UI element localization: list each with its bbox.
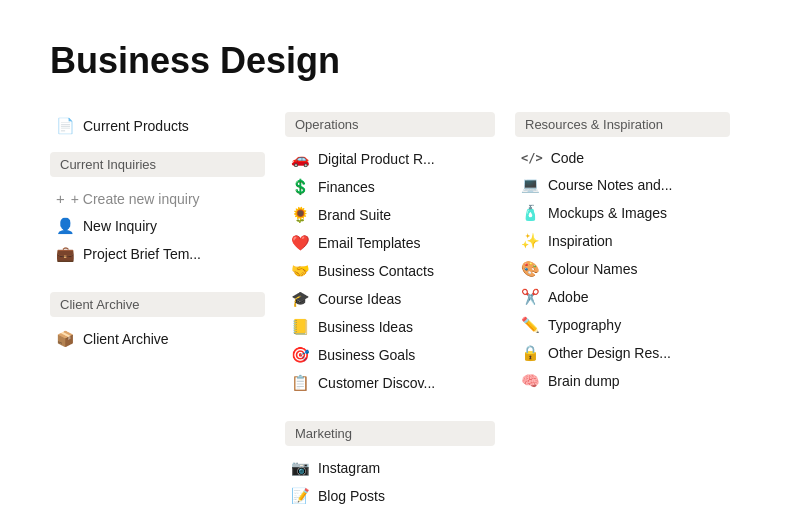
blog-posts-icon: 📝 [291,487,310,505]
course-notes-item[interactable]: 💻 Course Notes and... [515,171,730,199]
current-products-icon: 📄 [56,117,75,135]
instagram-item[interactable]: 📷 Instagram [285,454,495,482]
other-design-icon: 🔒 [521,344,540,362]
mockups-icon: 🧴 [521,204,540,222]
typography-item[interactable]: ✏️ Typography [515,311,730,339]
course-ideas-item[interactable]: 🎓 Course Ideas [285,285,495,313]
course-notes-label: Course Notes and... [548,177,673,193]
colour-names-item[interactable]: 🎨 Colour Names [515,255,730,283]
page-title: Business Design [50,40,750,82]
colour-names-label: Colour Names [548,261,637,277]
business-ideas-label: Business Ideas [318,319,413,335]
operations-header: Operations [285,112,495,137]
brand-suite-item[interactable]: 🌻 Brand Suite [285,201,495,229]
brain-dump-label: Brain dump [548,373,620,389]
current-products-label: Current Products [83,118,189,134]
business-contacts-label: Business Contacts [318,263,434,279]
create-inquiry-label: + Create new inquiry [71,191,200,207]
main-columns: 📄 Current Products Current Inquiries + +… [50,112,750,513]
inspiration-icon: ✨ [521,232,540,250]
create-inquiry-button[interactable]: + + Create new inquiry [50,185,265,212]
column-2: Operations 🚗 Digital Product R... 💲 Fina… [285,112,515,513]
inspiration-item[interactable]: ✨ Inspiration [515,227,730,255]
course-notes-icon: 💻 [521,176,540,194]
project-brief-item[interactable]: 💼 Project Brief Tem... [50,240,265,268]
inspiration-label: Inspiration [548,233,613,249]
column-3: Resources & Inspiration </> Code 💻 Cours… [515,112,750,395]
new-inquiry-icon: 👤 [56,217,75,235]
client-archive-item[interactable]: 📦 Client Archive [50,325,265,353]
mockups-item[interactable]: 🧴 Mockups & Images [515,199,730,227]
email-templates-icon: ❤️ [291,234,310,252]
customer-discov-label: Customer Discov... [318,375,435,391]
brain-dump-item[interactable]: 🧠 Brain dump [515,367,730,395]
plus-icon: + [56,190,65,207]
brand-suite-icon: 🌻 [291,206,310,224]
colour-names-icon: 🎨 [521,260,540,278]
current-products-item[interactable]: 📄 Current Products [50,112,265,140]
code-item[interactable]: </> Code [515,145,730,171]
marketing-header: Marketing [285,421,495,446]
customer-discov-icon: 📋 [291,374,310,392]
instagram-label: Instagram [318,460,380,476]
business-contacts-item[interactable]: 🤝 Business Contacts [285,257,495,285]
course-ideas-icon: 🎓 [291,290,310,308]
customer-discov-item[interactable]: 📋 Customer Discov... [285,369,495,397]
client-archive-label: Client Archive [83,331,169,347]
adobe-icon: ✂️ [521,288,540,306]
project-brief-icon: 💼 [56,245,75,263]
business-goals-label: Business Goals [318,347,415,363]
business-contacts-icon: 🤝 [291,262,310,280]
business-goals-icon: 🎯 [291,346,310,364]
column-1: 📄 Current Products Current Inquiries + +… [50,112,285,353]
other-design-label: Other Design Res... [548,345,671,361]
adobe-label: Adobe [548,289,588,305]
digital-product-label: Digital Product R... [318,151,435,167]
digital-product-icon: 🚗 [291,150,310,168]
code-icon: </> [521,151,543,165]
brain-dump-icon: 🧠 [521,372,540,390]
finances-item[interactable]: 💲 Finances [285,173,495,201]
business-ideas-item[interactable]: 📒 Business Ideas [285,313,495,341]
email-templates-item[interactable]: ❤️ Email Templates [285,229,495,257]
current-inquiries-header: Current Inquiries [50,152,265,177]
mockups-label: Mockups & Images [548,205,667,221]
adobe-item[interactable]: ✂️ Adobe [515,283,730,311]
business-ideas-icon: 📒 [291,318,310,336]
email-templates-label: Email Templates [318,235,420,251]
blog-posts-item[interactable]: 📝 Blog Posts [285,482,495,510]
new-inquiry-label: New Inquiry [83,218,157,234]
client-archive-header: Client Archive [50,292,265,317]
other-design-item[interactable]: 🔒 Other Design Res... [515,339,730,367]
client-archive-icon: 📦 [56,330,75,348]
instagram-icon: 📷 [291,459,310,477]
business-goals-item[interactable]: 🎯 Business Goals [285,341,495,369]
course-ideas-label: Course Ideas [318,291,401,307]
blog-posts-label: Blog Posts [318,488,385,504]
digital-product-item[interactable]: 🚗 Digital Product R... [285,145,495,173]
typography-label: Typography [548,317,621,333]
new-inquiry-item[interactable]: 👤 New Inquiry [50,212,265,240]
code-label: Code [551,150,584,166]
project-brief-label: Project Brief Tem... [83,246,201,262]
typography-icon: ✏️ [521,316,540,334]
brand-suite-label: Brand Suite [318,207,391,223]
finances-label: Finances [318,179,375,195]
finances-icon: 💲 [291,178,310,196]
resources-header: Resources & Inspiration [515,112,730,137]
